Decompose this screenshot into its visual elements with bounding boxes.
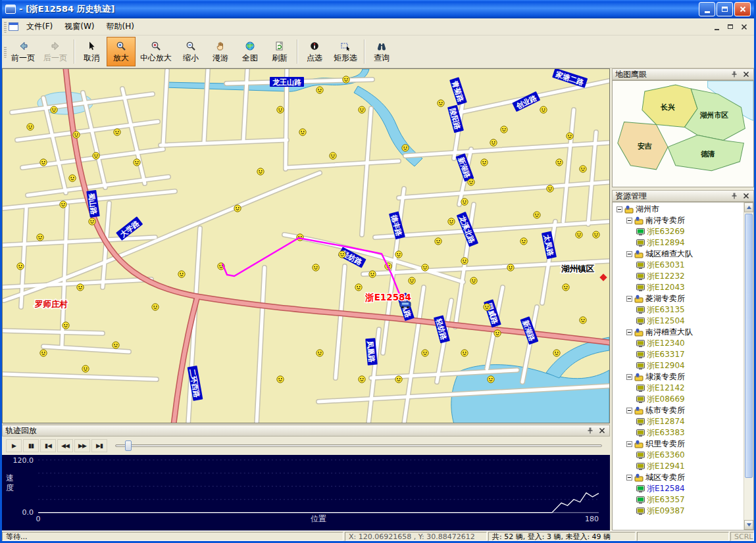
vehicle-marker-icon[interactable]: [534, 212, 540, 218]
vehicle-marker-icon[interactable]: [422, 264, 428, 271]
vehicle-marker-icon[interactable]: [488, 376, 494, 383]
vehicle-marker-icon[interactable]: [152, 304, 159, 310]
vehicle-marker-icon[interactable]: [60, 201, 66, 208]
close-panel-icon[interactable]: [742, 70, 751, 79]
tree-item-vehicle[interactable]: 浙E63360: [614, 450, 743, 461]
vehicle-marker-icon[interactable]: [277, 106, 284, 113]
map-canvas[interactable]: 龙王山路青菊路家塘二路创业路陵阳路新湖路大学路蜀山路德丰路龙溪北路太凤路轻纺路凤…: [2, 68, 610, 423]
vehicle-marker-icon[interactable]: [580, 166, 586, 172]
child-minimize-button[interactable]: [711, 22, 722, 32]
tree-item-vehicle[interactable]: 浙E12894: [614, 237, 743, 248]
close-button[interactable]: [734, 2, 751, 16]
vehicle-marker-icon[interactable]: [93, 153, 99, 159]
tree-item-group[interactable]: 埭溪专卖所: [614, 371, 743, 383]
toolbar-button-zoom-in[interactable]: 放大: [107, 37, 136, 66]
menu-grip[interactable]: [4, 21, 7, 33]
vehicle-marker-icon[interactable]: [114, 129, 120, 135]
tree-item-vehicle[interactable]: 浙E12142: [614, 383, 743, 394]
vehicle-marker-icon[interactable]: [82, 366, 89, 372]
tree-item-vehicle[interactable]: 浙E12904: [614, 360, 743, 371]
toolbar-button-pan[interactable]: 漫游: [206, 37, 235, 66]
toolbar-button-zoom-center[interactable]: 中心放大: [136, 37, 176, 66]
toolbar-button-rect-select[interactable]: 矩形选: [330, 37, 361, 66]
vehicle-marker-icon[interactable]: [409, 277, 415, 284]
tree-item-group[interactable]: 城区稽查大队: [614, 248, 743, 260]
vehicle-marker-icon[interactable]: [27, 124, 34, 130]
collapse-expander-icon[interactable]: [626, 475, 632, 481]
pin-icon[interactable]: [730, 70, 739, 79]
toolbar-button-cancel[interactable]: 取消: [77, 37, 106, 66]
vehicle-marker-icon[interactable]: [69, 175, 76, 181]
tree-item-vehicle[interactable]: 浙E12043: [614, 282, 743, 293]
vehicle-marker-icon[interactable]: [402, 145, 409, 151]
collapse-expander-icon[interactable]: [626, 251, 632, 257]
vehicle-marker-icon[interactable]: [359, 376, 365, 383]
playback-skip-end-button[interactable]: ▶▮: [91, 439, 107, 452]
restore-button[interactable]: [717, 2, 733, 16]
vehicle-marker-icon[interactable]: [470, 277, 477, 284]
vehicle-marker-icon[interactable]: [507, 264, 514, 271]
collapse-expander-icon[interactable]: [626, 296, 632, 302]
vehicle-marker-icon[interactable]: [484, 304, 490, 310]
vehicle-marker-icon[interactable]: [435, 238, 441, 245]
vehicle-marker-icon[interactable]: [234, 205, 241, 212]
vehicle-marker-icon[interactable]: [277, 376, 284, 383]
tree-item-group[interactable]: 菱湖专卖所: [614, 293, 743, 304]
vehicle-marker-icon[interactable]: [113, 342, 119, 348]
vehicle-marker-icon[interactable]: [178, 271, 185, 277]
vehicle-marker-icon[interactable]: [257, 168, 264, 175]
minimize-button[interactable]: [699, 2, 715, 16]
pin-icon[interactable]: [586, 426, 595, 435]
toolbar-grip[interactable]: [4, 46, 7, 58]
tree-item-vehicle[interactable]: 浙E09387: [614, 506, 743, 517]
vehicle-marker-icon[interactable]: [501, 126, 507, 133]
toolbar-button-next-page[interactable]: 后一页: [39, 37, 71, 66]
tree-item-vehicle[interactable]: 浙E12874: [614, 416, 743, 427]
close-panel-icon[interactable]: [597, 426, 607, 435]
menu-item-file[interactable]: 文件(F): [20, 19, 59, 34]
collapse-expander-icon[interactable]: [626, 329, 632, 335]
vehicle-marker-icon[interactable]: [313, 264, 319, 271]
toolbar-button-full-map[interactable]: 全图: [236, 37, 265, 66]
vehicle-marker-icon[interactable]: [316, 87, 323, 93]
vehicle-marker-icon[interactable]: [520, 238, 527, 245]
slider-thumb[interactable]: [125, 440, 132, 451]
vehicle-marker-icon[interactable]: [540, 106, 547, 113]
vehicle-marker-icon[interactable]: [422, 350, 428, 356]
collapse-expander-icon[interactable]: [626, 374, 632, 380]
tree-item-group[interactable]: 城区专卖所: [614, 472, 743, 483]
vehicle-marker-icon[interactable]: [51, 106, 57, 113]
vehicle-marker-icon[interactable]: [297, 234, 303, 241]
collapse-expander-icon[interactable]: [626, 408, 632, 413]
tree-item-root[interactable]: 湖州市: [614, 204, 743, 215]
toolbar-button-refresh[interactable]: 刷新: [265, 37, 294, 66]
collapse-expander-icon[interactable]: [626, 218, 632, 224]
vehicle-marker-icon[interactable]: [580, 317, 586, 323]
menu-item-help[interactable]: 帮助(H): [101, 19, 140, 34]
vehicle-marker-icon[interactable]: [461, 199, 468, 205]
vehicle-marker-icon[interactable]: [490, 139, 497, 146]
vehicle-marker-icon[interactable]: [553, 350, 560, 356]
vehicle-marker-icon[interactable]: [576, 231, 582, 238]
collapse-expander-icon[interactable]: [617, 206, 622, 212]
document-icon[interactable]: [9, 22, 18, 31]
tree-item-vehicle[interactable]: 浙E12941: [614, 461, 743, 472]
playback-step-back-button[interactable]: ◀◀: [57, 439, 73, 452]
child-close-button[interactable]: [738, 22, 750, 32]
tree-item-vehicle[interactable]: 浙E63031: [614, 260, 743, 271]
vehicle-marker-icon[interactable]: [343, 76, 349, 83]
tree-item-vehicle[interactable]: 浙E63357: [614, 494, 743, 506]
scroll-down-icon[interactable]: [744, 520, 753, 530]
tree-item-group[interactable]: 织里专卖所: [614, 438, 743, 450]
toolbar-button-prev-page[interactable]: 前一页: [7, 37, 39, 66]
vehicle-marker-icon[interactable]: [134, 159, 140, 166]
vehicle-marker-icon[interactable]: [438, 100, 444, 106]
tree-item-vehicle[interactable]: 浙E63135: [614, 304, 743, 316]
tree-item-vehicle[interactable]: 浙E12340: [614, 338, 743, 349]
vehicle-marker-icon[interactable]: [461, 258, 468, 264]
vehicle-marker-icon[interactable]: [299, 129, 306, 135]
vehicle-marker-icon[interactable]: [40, 159, 47, 166]
tree-item-vehicle[interactable]: 浙E12504: [614, 316, 743, 327]
toolbar-button-query[interactable]: 查询: [367, 37, 396, 66]
vehicle-marker-icon[interactable]: [40, 350, 47, 356]
